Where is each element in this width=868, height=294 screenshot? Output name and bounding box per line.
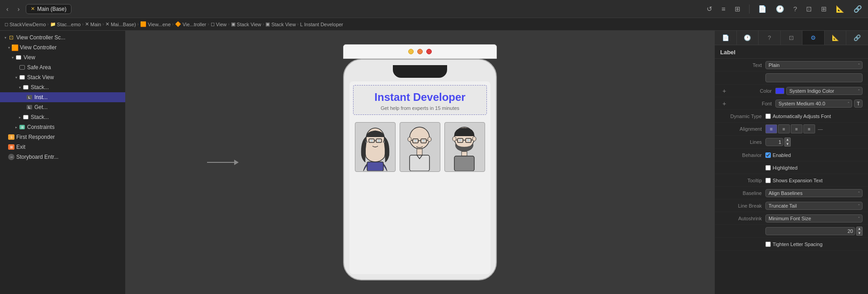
help-icon-btn[interactable]: ? (791, 4, 799, 14)
iphone-screen: Instant Developer Get help from experts … (349, 81, 491, 274)
highlighted-checkbox[interactable] (765, 165, 771, 171)
font-select[interactable]: System Medium 40.0 (775, 100, 852, 108)
align-left-button[interactable]: ≡ (765, 124, 777, 133)
file-icon-btn[interactable]: 📄 (756, 4, 769, 14)
breadcrumb-item-7[interactable]: ◻ View (211, 21, 227, 27)
breadcrumb-item-8[interactable]: ▣ Stack View (231, 21, 261, 27)
breadcrumb-item-3[interactable]: ✕ Main (85, 21, 101, 27)
font-display: System Medium 40.0 T (775, 100, 863, 108)
text-value-input[interactable]: Instant Developer (765, 73, 863, 82)
font-T-button[interactable]: T (854, 100, 863, 108)
dynamic-type-checkbox[interactable] (765, 114, 771, 119)
nav-item-view[interactable]: View (0, 52, 125, 62)
breadcrumb-item-1[interactable]: ◻ StackViewDemo (5, 22, 46, 27)
nav-item-exit[interactable]: ⊠ Exit (0, 142, 125, 152)
color-select[interactable]: System Indigo Color (786, 87, 863, 95)
svg-point-13 (414, 139, 417, 142)
view-icon (15, 54, 22, 61)
vc-icon: 🟧 (12, 44, 18, 51)
line-break-select[interactable]: Truncate Tail Truncate Head Truncate Mid… (765, 202, 863, 210)
avatar-1-svg (356, 123, 395, 171)
tab-file[interactable]: 📄 (715, 31, 737, 45)
align-center-button[interactable]: ≡ (778, 124, 790, 133)
dynamic-type-check-label: Automatically Adjusts Font (773, 114, 831, 119)
breadcrumb-item-5[interactable]: 🟧 View...ene (140, 21, 171, 27)
font-plus-button[interactable]: + (720, 100, 728, 108)
nav-item-get-label[interactable]: L Get... (0, 102, 125, 112)
tab-sliders[interactable]: ⚙ (802, 31, 825, 45)
color-plus-button[interactable]: + (720, 87, 728, 95)
app-subtitle: Get help from experts in 15 minutes (361, 105, 479, 111)
baseline-select[interactable]: Align Baselines Align Centers (765, 189, 863, 197)
align-justify-button[interactable]: ≡ (803, 124, 815, 133)
nav-item-stack-view-1[interactable]: Stack View (0, 72, 125, 82)
nav-item-storyboard-entry[interactable]: → Storyboard Entr... (0, 152, 125, 162)
align-right-button[interactable]: ≡ (791, 124, 802, 133)
dynamic-type-checkbox-label[interactable]: Automatically Adjusts Font (765, 114, 831, 119)
breadcrumb-item-2[interactable]: 📁 Stac...emo (50, 22, 81, 27)
nav-item-inst-label[interactable]: L Inst... (0, 92, 125, 102)
autoshrink-select-wrapper: Minimum Font Size Minimum Scale Factor F… (765, 214, 863, 223)
tooltip-checkbox[interactable] (765, 178, 771, 183)
tab-link[interactable]: 🔗 (846, 31, 868, 45)
nav-item-view-controller[interactable]: 🟧 View Controller (0, 43, 125, 52)
breadcrumb-item-4[interactable]: ✕ Mai...Base) (105, 21, 136, 27)
id-icon-btn[interactable]: ⊡ (804, 4, 814, 14)
lines-button[interactable]: ≡ (719, 4, 728, 14)
back-button[interactable]: ‹ (4, 4, 11, 14)
color-swatch[interactable] (775, 88, 784, 94)
breadcrumb-sep-4: › (137, 22, 139, 27)
active-tab[interactable]: ✕ Main (Base) (26, 4, 71, 14)
tab-help[interactable]: ? (759, 31, 781, 45)
svg-rect-18 (410, 155, 429, 171)
nav-item-safe-area[interactable]: Safe Area (0, 62, 125, 72)
ruler-icon-btn[interactable]: 📐 (834, 4, 847, 14)
nav-item-vc-scene[interactable]: ⊡ View Controller Sc... (0, 33, 125, 43)
tooltip-label: Tooltip (720, 178, 765, 183)
breadcrumb-item-9[interactable]: ▣ Stack View (265, 21, 296, 27)
prop-row-dynamic-type: Dynamic Type Automatically Adjusts Font (715, 110, 868, 123)
toolbar-right: ↺ ≡ ⊞ 📄 🕐 ? ⊡ ⊞ 📐 🔗 (704, 4, 864, 14)
nav-item-first-responder[interactable]: ① First Responder (0, 132, 125, 142)
nav-label-inst: Inst... (34, 94, 47, 100)
add-button[interactable]: ⊞ (732, 4, 743, 14)
breadcrumb-item-10[interactable]: L Instant Developer (300, 22, 343, 27)
tab-clock[interactable]: 🕐 (737, 31, 759, 45)
lines-increment-button[interactable]: ▲ (784, 138, 791, 142)
breadcrumb-sep-8: › (263, 22, 264, 27)
tighten-checkbox[interactable] (765, 242, 771, 247)
enabled-label: Enabled (773, 152, 791, 158)
tooltip-checkbox-label[interactable]: Shows Expansion Text (765, 178, 822, 183)
svg-point-5 (377, 139, 380, 142)
prop-row-text-value: Instant Developer (715, 71, 868, 85)
forward-button[interactable]: › (15, 4, 23, 14)
tab-ruler[interactable]: 📐 (825, 31, 847, 45)
avatar-2-svg (401, 123, 439, 171)
sliders-icon-btn[interactable]: ⊞ (819, 4, 829, 14)
nav-item-stack-view-2[interactable]: Stack... (0, 112, 125, 122)
text-type-select[interactable]: Plain Attributed (765, 61, 863, 69)
tooltip-check-label: Shows Expansion Text (773, 178, 822, 183)
nav-item-stack-inner[interactable]: Stack... (0, 82, 125, 92)
lines-input[interactable] (765, 138, 783, 146)
tighten-checkbox-label[interactable]: Tighten Letter Spacing (765, 242, 822, 247)
autoshrink-select[interactable]: Minimum Font Size Minimum Scale Factor F… (765, 214, 863, 223)
alignment-label: Alignment (720, 126, 765, 132)
clock-icon-btn[interactable]: 🕐 (774, 4, 787, 14)
enabled-checkbox-label[interactable]: Enabled (765, 152, 791, 158)
prop-row-autoshrink: Autoshrink Minimum Font Size Minimum Sca… (715, 212, 868, 225)
breadcrumb-item-6[interactable]: 🔶 Vie...troller (175, 21, 206, 27)
lines-decrement-button[interactable]: ▼ (784, 142, 791, 147)
link-icon-btn[interactable]: 🔗 (851, 4, 864, 14)
triangle-view-controller (7, 46, 11, 49)
exit-icon: ⊠ (8, 144, 14, 150)
min-font-size-input[interactable] (765, 227, 855, 235)
highlighted-checkbox-label[interactable]: Highlighted (765, 165, 797, 171)
refresh-button[interactable]: ↺ (704, 4, 715, 14)
min-font-decrement-button[interactable]: ▼ (856, 231, 863, 236)
nav-item-constraints[interactable]: ⊞ Constraints (0, 122, 125, 132)
tab-id[interactable]: ⊡ (781, 31, 803, 45)
enabled-checkbox[interactable] (765, 152, 771, 158)
behavior-enabled-value: Enabled (765, 152, 863, 158)
min-font-increment-button[interactable]: ▲ (856, 227, 863, 231)
